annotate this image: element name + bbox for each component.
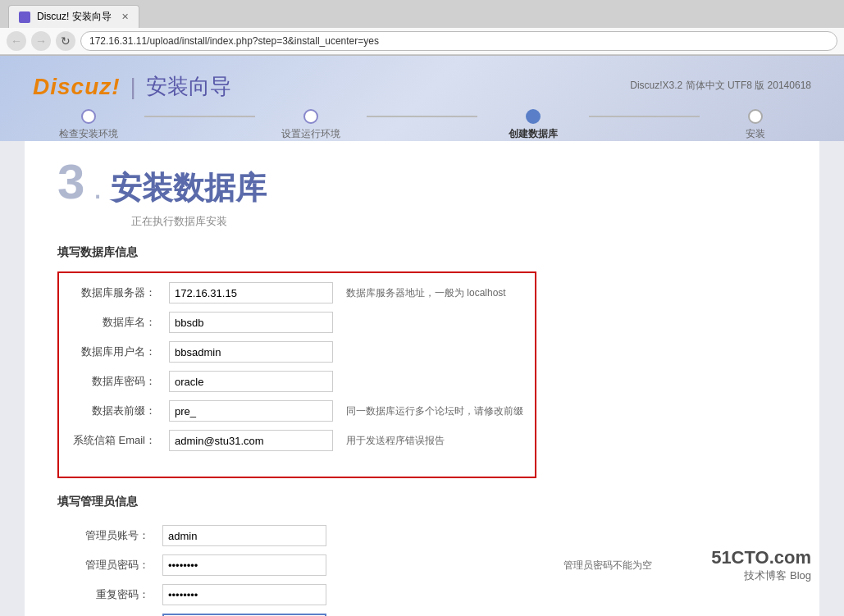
db-field-label-2: 数据库用户名： bbox=[64, 337, 162, 367]
admin-field-input-cell-0 bbox=[156, 521, 557, 550]
db-field-input-cell-4 bbox=[162, 396, 340, 426]
admin-password-input[interactable] bbox=[162, 554, 326, 576]
page-content: Discuz! | 安装向导 Discuz!X3.2 简体中文 UTF8 版 2… bbox=[0, 56, 844, 616]
logo-separator: | bbox=[130, 74, 136, 100]
step-circle-2 bbox=[303, 109, 318, 124]
db-field-input-cell-3 bbox=[162, 367, 340, 396]
step-item-4: 安装 bbox=[700, 109, 811, 141]
db-form-table: 数据库服务器：数据库服务器地址，一般为 localhost数据库名：数据库用户名… bbox=[64, 278, 530, 455]
db-field-label-0: 数据库服务器： bbox=[64, 278, 162, 308]
step-item-2: 设置运行环境 bbox=[255, 109, 367, 141]
db-field-row-1: 数据库名： bbox=[64, 308, 530, 337]
admin-form-table: 管理员账号：管理员密码：管理员密码不能为空重复密码：管理员 Email： bbox=[57, 521, 787, 616]
admin-field-row-1: 管理员密码：管理员密码不能为空 bbox=[57, 550, 787, 580]
browser-tab[interactable]: Discuz! 安装向导 ✕ bbox=[8, 5, 139, 28]
forward-button[interactable]: → bbox=[31, 31, 51, 51]
watermark: 51CTO.com 技术博客 Blog bbox=[711, 547, 811, 583]
admin-field-hint-3 bbox=[557, 609, 787, 616]
step-label-2: 设置运行环境 bbox=[281, 127, 340, 141]
admin-field-label-2: 重复密码： bbox=[57, 580, 156, 609]
progress-steps: 检查安装环境 设置运行环境 创建数据库 安装 bbox=[33, 109, 811, 141]
step-subtitle: 正在执行数据库安装 bbox=[131, 214, 787, 229]
step-line-1 bbox=[144, 116, 256, 117]
admin-field-label-0: 管理员账号： bbox=[57, 521, 156, 550]
db-field-hint-0: 数据库服务器地址，一般为 localhost bbox=[340, 278, 530, 308]
main-body: 3 . 安装数据库 正在执行数据库安装 填写数据库信息 数据库服务器：数据库服务… bbox=[25, 141, 819, 616]
admin-field-input-cell-3 bbox=[156, 609, 557, 616]
db-name-input[interactable] bbox=[169, 312, 333, 333]
db-field-input-cell-2 bbox=[162, 337, 340, 367]
admin-field-label-1: 管理员密码： bbox=[57, 550, 156, 580]
admin-field-hint-2 bbox=[557, 580, 787, 609]
admin-field-row-2: 重复密码： bbox=[57, 580, 787, 609]
db-field-row-0: 数据库服务器：数据库服务器地址，一般为 localhost bbox=[64, 278, 530, 308]
db-field-label-5: 系统信箱 Email： bbox=[64, 426, 162, 455]
step-line-2 bbox=[367, 116, 478, 117]
step-title-area: 3 . 安装数据库 bbox=[57, 157, 787, 209]
db-email-input[interactable] bbox=[169, 430, 333, 451]
tab-label: Discuz! 安装向导 bbox=[37, 10, 112, 24]
step-label-1: 检查安装环境 bbox=[59, 127, 118, 141]
db-field-input-cell-1 bbox=[162, 308, 340, 337]
db-field-input-cell-0 bbox=[162, 278, 340, 308]
db-field-hint-4: 同一数据库运行多个论坛时，请修改前缀 bbox=[340, 396, 530, 426]
db-prefix-input[interactable] bbox=[169, 400, 333, 422]
db-section-title: 填写数据库信息 bbox=[57, 245, 787, 260]
tab-bar: Discuz! 安装向导 ✕ bbox=[0, 0, 844, 28]
admin-field-row-3: 管理员 Email： bbox=[57, 609, 787, 616]
db-field-label-4: 数据表前缀： bbox=[64, 396, 162, 426]
step-dot: . bbox=[93, 171, 102, 203]
db-username-input[interactable] bbox=[169, 341, 333, 363]
tab-close-button[interactable]: ✕ bbox=[121, 11, 129, 22]
step-item-3: 创建数据库 bbox=[477, 109, 589, 141]
db-field-row-2: 数据库用户名： bbox=[64, 337, 530, 367]
step-label-4: 安装 bbox=[746, 127, 765, 141]
watermark-sub: 技术博客 Blog bbox=[711, 568, 811, 583]
admin-password-repeat-input[interactable] bbox=[162, 584, 326, 605]
db-info-box: 数据库服务器：数据库服务器地址，一般为 localhost数据库名：数据库用户名… bbox=[57, 271, 536, 478]
db-server-input[interactable] bbox=[169, 282, 333, 303]
db-field-hint-3 bbox=[340, 367, 530, 396]
step-label-3: 创建数据库 bbox=[509, 127, 558, 141]
admin-field-row-0: 管理员账号： bbox=[57, 521, 787, 550]
browser-chrome: Discuz! 安装向导 ✕ ← → ↻ bbox=[0, 0, 844, 56]
watermark-site: 51CTO.com bbox=[711, 547, 811, 568]
tab-favicon bbox=[19, 11, 30, 23]
step-circle-4 bbox=[748, 109, 763, 124]
header-version: Discuz!X3.2 简体中文 UTF8 版 20140618 bbox=[630, 79, 811, 93]
db-field-hint-1 bbox=[340, 308, 530, 337]
db-field-input-cell-5 bbox=[162, 426, 340, 455]
db-field-hint-2 bbox=[340, 337, 530, 367]
step-circle-3 bbox=[526, 109, 541, 124]
admin-username-input[interactable] bbox=[162, 525, 326, 546]
url-bar[interactable] bbox=[80, 31, 837, 51]
step-circle-1 bbox=[81, 109, 96, 124]
step-line-3 bbox=[589, 116, 700, 117]
back-button[interactable]: ← bbox=[7, 31, 26, 51]
logo-title: 安装向导 bbox=[146, 72, 231, 101]
db-field-label-3: 数据库密码： bbox=[64, 367, 162, 396]
reload-button[interactable]: ↻ bbox=[56, 31, 75, 51]
admin-field-input-cell-2 bbox=[156, 580, 557, 609]
address-bar: ← → ↻ bbox=[0, 28, 844, 55]
db-field-row-3: 数据库密码： bbox=[64, 367, 530, 396]
admin-field-label-3: 管理员 Email： bbox=[57, 609, 156, 616]
admin-field-input-cell-1 bbox=[156, 550, 557, 580]
step-number: 3 bbox=[57, 157, 84, 207]
db-password-input[interactable] bbox=[169, 371, 333, 392]
step-title-text: 安装数据库 bbox=[111, 167, 267, 209]
step-item-1: 检查安装环境 bbox=[33, 109, 144, 141]
db-field-row-4: 数据表前缀：同一数据库运行多个论坛时，请修改前缀 bbox=[64, 396, 530, 426]
db-field-hint-5: 用于发送程序错误报告 bbox=[340, 426, 530, 455]
site-header: Discuz! | 安装向导 Discuz!X3.2 简体中文 UTF8 版 2… bbox=[0, 56, 844, 141]
db-field-label-1: 数据库名： bbox=[64, 308, 162, 337]
admin-field-hint-0 bbox=[557, 521, 787, 550]
admin-section-title: 填写管理员信息 bbox=[57, 495, 787, 509]
logo-discuz: Discuz! bbox=[33, 74, 121, 100]
db-field-row-5: 系统信箱 Email：用于发送程序错误报告 bbox=[64, 426, 530, 455]
